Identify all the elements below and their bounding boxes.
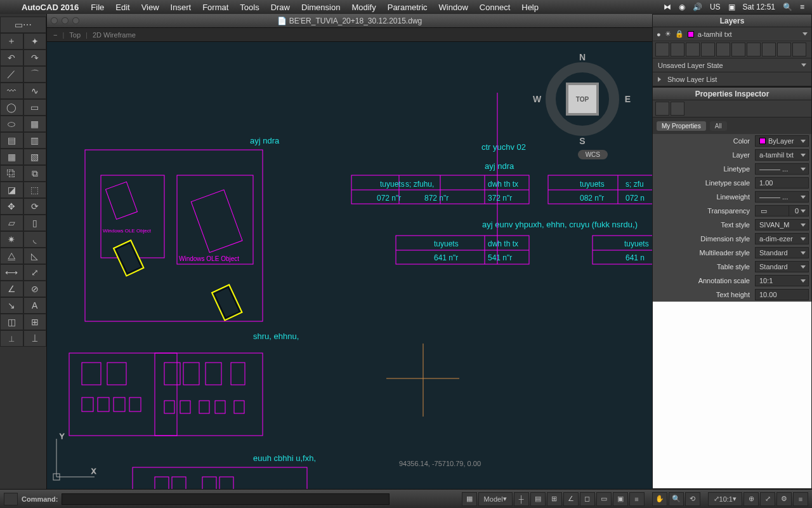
orbit-icon[interactable]: ⟲ [685,492,700,506]
menu-view[interactable]: View [136,3,165,12]
viewcube-west[interactable]: W [533,94,541,104]
view-name[interactable]: Top [69,31,81,39]
tool-erase[interactable]: ◪ [0,182,23,198]
clock[interactable]: Sat 12:51 [743,3,775,11]
tool-dim-radius[interactable]: ⊘ [23,281,47,297]
lineweight-toggle[interactable]: ≡ [629,492,645,506]
tool-spline[interactable]: ∿ [23,83,47,99]
command-input[interactable] [62,493,390,505]
menu-format[interactable]: Format [197,3,234,12]
layer-tool-7[interactable] [747,43,761,57]
tool-dim-angular[interactable]: ∠ [0,281,23,297]
tool-leader[interactable]: ↘ [0,297,23,314]
battery-icon[interactable]: ▣ [728,3,735,11]
drawing-canvas[interactable]: ayj ndra Windows OLE Object Windows OLE … [47,42,652,489]
prop-table-style[interactable]: Standard [755,261,809,272]
tool-stretch[interactable]: ▯ [23,215,47,231]
show-layer-list-toggle[interactable]: Show Layer List [653,72,811,86]
tool-arc[interactable]: ⌒ [23,66,47,83]
tool-rectangle[interactable]: ▭ [23,99,47,116]
menu-window[interactable]: Window [433,3,474,12]
tool-array2[interactable]: ▥ [23,132,47,149]
props-icon-2[interactable] [671,102,684,116]
prop-text-style[interactable]: SIVAN_M [755,219,809,231]
viewcube-south[interactable]: S [579,136,585,146]
menu-connect[interactable]: Connect [474,3,516,12]
tool-measure2[interactable]: ⟘ [23,330,47,347]
grid-display-toggle[interactable]: ▦ [462,492,477,506]
tool-undo[interactable]: ↶ [0,50,23,66]
tool-move[interactable]: ✥ [0,198,23,215]
props-tab-tool-2[interactable] [781,120,792,131]
pan-icon[interactable]: ✋ [652,492,667,506]
prop-linetype[interactable]: ——— ... [755,163,809,175]
menu-draw[interactable]: Draw [265,3,296,12]
menu-tools[interactable]: Tools [234,3,265,12]
zoom-window-icon[interactable] [72,17,79,24]
menu-dimension[interactable]: Dimension [296,3,346,12]
layer-state-dropdown[interactable]: Unsaved Layer State [653,58,811,72]
close-window-icon[interactable] [51,17,58,24]
tool-dim-linear[interactable]: ⟷ [0,264,23,281]
tool-polyline[interactable]: 〰 [0,83,23,99]
tool-array4[interactable]: ▧ [23,149,47,165]
tool-redo[interactable]: ↷ [23,50,47,66]
tool-insert[interactable]: ⊞ [23,314,47,330]
tool-construction[interactable]: ✦ [23,33,47,50]
tool-fillet[interactable]: ◟ [23,231,47,248]
annotation-scale-button[interactable]: ⤢ 10:1 ▾ [708,492,742,506]
tool-chamfer[interactable]: ◺ [23,248,47,264]
tool-block[interactable]: ◫ [0,314,23,330]
tool-line[interactable]: ＋ [0,33,23,50]
props-tab-tool-3[interactable] [796,120,808,131]
tab-all-properties[interactable]: All [710,121,727,131]
tool-segment[interactable]: ／ [0,66,23,83]
model-space-button[interactable]: Model ▾ [478,492,513,506]
tool-scale[interactable]: ▱ [0,215,23,231]
view-menu-toggle[interactable]: − [53,31,57,39]
prop-lineweight[interactable]: ——— ... [755,191,809,203]
viewcube-north[interactable]: N [579,52,586,62]
app-name[interactable]: AutoCAD 2016 [15,3,85,12]
ortho-toggle[interactable]: ⊞ [547,492,562,506]
wifi-icon[interactable]: ◉ [679,3,685,11]
prop-color[interactable]: ByLayer [755,135,809,147]
tool-explode[interactable]: ✷ [0,231,23,248]
input-source-icon[interactable]: US [710,3,721,11]
volume-icon[interactable]: 🔊 [693,3,702,11]
tool-trim[interactable]: ⬚ [23,182,47,198]
minimize-window-icon[interactable] [62,17,69,24]
menu-insert[interactable]: Insert [165,3,197,12]
layer-tool-8[interactable] [762,43,776,57]
spotlight-icon[interactable]: 🔍 [783,3,792,11]
props-icon-1[interactable] [655,102,669,116]
tool-offset[interactable]: ⧉ [23,165,47,182]
layer-tool-4[interactable] [701,43,715,57]
otrack-toggle[interactable]: ▭ [596,492,612,506]
tool-copy[interactable]: ⿻ [0,165,23,182]
viewcube-face[interactable]: TOP [568,85,596,113]
prop-dim-style[interactable]: a-dim-ezer [755,233,809,244]
notification-center-icon[interactable]: ≡ [800,3,804,11]
layer-tool-10[interactable] [792,43,806,57]
tool-hatch[interactable]: ▦ [23,116,47,132]
tool-qnew[interactable]: ▭⋯ [0,17,46,33]
dyn-input-toggle[interactable]: ▣ [613,492,628,506]
customize-icon[interactable]: ≡ [793,492,808,506]
menu-modify[interactable]: Modify [346,3,381,12]
menu-file[interactable]: File [85,3,110,12]
tool-dim-aligned[interactable]: ⤢ [23,264,47,281]
viewcube[interactable]: TOP N S E W [538,55,627,144]
layer-tool-1[interactable] [655,43,669,57]
current-layer-dropdown[interactable]: ● ☀ 🔒 a-tamhil txt [653,27,811,41]
polar-toggle[interactable]: ∠ [563,492,579,506]
tool-measure1[interactable]: ⟂ [0,330,23,347]
layer-tool-2[interactable] [671,43,684,57]
workspace-switch-icon[interactable]: ⚙ [776,492,792,506]
cmd-history-icon[interactable] [4,493,18,505]
tool-ellipse[interactable]: ⬭ [0,116,23,132]
tool-text[interactable]: A [23,297,47,314]
tab-my-properties[interactable]: My Properties [657,121,706,131]
tool-rotate[interactable]: ⟳ [23,198,47,215]
layer-tool-6[interactable] [731,43,745,57]
